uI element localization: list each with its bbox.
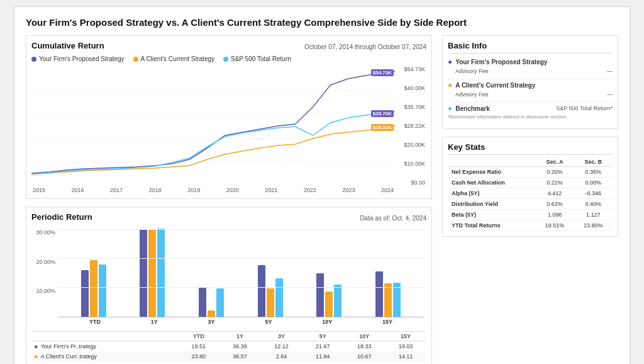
- cumulative-title: Cumulative Return: [31, 41, 104, 50]
- bar-x-3y: 3Y: [208, 319, 215, 325]
- stat-label-5: Beta (5Y): [448, 210, 535, 220]
- stat-secb-2: 0.00%: [574, 178, 613, 188]
- benchmark-note: *Benchmark information defined in disclo…: [448, 114, 613, 120]
- stat-label-4: Distribution Yield: [448, 199, 535, 210]
- legend-dot-orange: [133, 57, 138, 62]
- legend-label-proposed: Your Firm's Proposed Strategy: [39, 55, 125, 62]
- cumulative-legend: Your Firm's Proposed Strategy A Client's…: [31, 55, 426, 62]
- bar-x-5y: 5Y: [265, 319, 272, 325]
- bar-10y-purple: [316, 273, 324, 317]
- right-column: Basic Info ● Your Firm's Proposed Strate…: [442, 35, 618, 364]
- pt-row2-label: ● A Client's Curr..trategy: [31, 351, 178, 361]
- pt-header-label: [31, 332, 178, 341]
- legend-item-benchmark: S&P 500 Total Return: [223, 55, 291, 62]
- bar-1y-orange: [148, 230, 156, 317]
- bar-x-1y: 1Y: [151, 319, 158, 325]
- bar-group-10y: [316, 273, 341, 317]
- x-label-2015: 2015: [33, 187, 45, 193]
- table-row: Beta (5Y) 1.096 1.127: [448, 210, 613, 220]
- grid-line-mid1: [58, 258, 424, 259]
- stat-secb-3: -6.346: [574, 188, 613, 199]
- dot-benchmark: ●: [448, 104, 452, 113]
- bar-1y-blue: [157, 229, 165, 317]
- bar-x-axis: YTD 1Y 3Y 5Y 10Y 15Y: [58, 317, 424, 326]
- report-container: Your Firm's Proposed Strategy vs. A Clie…: [14, 6, 630, 364]
- bar-y-axis: 30.00% 20.00% 10.00%: [33, 229, 55, 317]
- divider-2: [448, 102, 613, 103]
- dot-proposed: ●: [448, 57, 452, 66]
- benchmark-value: S&P 500 Total Return*: [493, 105, 613, 111]
- stats-table: Sec. A Sec. B Net Expense Ratio 0.20% 0.…: [448, 157, 613, 231]
- bar-group-15y: [375, 271, 401, 317]
- pt-row2-3y: 2.64: [261, 351, 303, 361]
- bar-y-20: 20.00%: [33, 259, 55, 265]
- bar-groups: [58, 229, 424, 317]
- advisory-fee-proposed: Advisory Fee —: [448, 67, 613, 75]
- cumulative-header: Cumulative Return October 07, 2014 throu…: [31, 41, 426, 53]
- bar-x-ytd: YTD: [89, 319, 101, 325]
- bar-15y-purple: [375, 271, 383, 317]
- bar-3y-blue: [216, 288, 224, 317]
- pt-header-1y: 1Y: [219, 332, 261, 341]
- stat-seca-4: 0.62%: [535, 199, 574, 210]
- bar-3y-purple: [199, 288, 206, 317]
- y-label-20: $20.00K: [396, 142, 425, 148]
- pt-row1-15y: 19.03: [385, 341, 426, 352]
- advisory-fee-label-1: Advisory Fee: [455, 68, 489, 74]
- benchmark-row: ● Benchmark S&P 500 Total Return*: [448, 104, 613, 113]
- bar-5y-purple: [258, 265, 265, 317]
- stat-label-3: Alpha (5Y): [448, 188, 535, 199]
- bar-5y-orange: [267, 288, 274, 317]
- date-range: October 07, 2014 through October 07, 202…: [304, 43, 426, 50]
- bar-y-10: 10.00%: [33, 288, 55, 294]
- bar-10y-orange: [325, 292, 333, 317]
- pt-row3-1y: 36.89: [219, 361, 261, 364]
- advisory-fee-label-2: Advisory Fee: [455, 91, 489, 98]
- pt-row2-1y: 36.57: [219, 351, 261, 361]
- periodic-title: Periodic Return: [31, 212, 92, 222]
- cumulative-section: Cumulative Return October 07, 2014 throu…: [26, 35, 432, 199]
- x-label-2017: 2017: [110, 187, 123, 193]
- y-label-28: $28.22K: [396, 123, 425, 129]
- basic-info-title: Basic Info: [448, 41, 613, 54]
- stat-label-6: YTD Total Returns: [448, 220, 535, 231]
- stats-th-seca: Sec. A: [535, 157, 574, 167]
- benchmark-block: ● Benchmark S&P 500 Total Return* *Bench…: [448, 104, 613, 120]
- pt-row1-5y: 21.67: [302, 341, 343, 352]
- advisory-fee-value-2: —: [607, 91, 613, 98]
- x-label-2018: 2018: [149, 187, 162, 193]
- table-row: ● Your Firm's Pr..trategy 19.51 36.39 12…: [31, 341, 426, 352]
- table-row: ● A Client's Curr..trategy 23.80 36.57 2…: [31, 351, 426, 361]
- stats-th-label: [448, 157, 535, 167]
- stat-secb-1: 0.35%: [574, 167, 613, 178]
- y-label-35: $35.70K: [396, 104, 425, 110]
- pt-row1-label: ● Your Firm's Pr..trategy: [31, 341, 178, 351]
- stat-secb-4: 0.40%: [574, 199, 613, 210]
- stat-seca-1: 0.20%: [535, 167, 574, 178]
- pt-row1-10y: 18.33: [343, 341, 385, 352]
- cumulative-chart-area: $54.73K $40.00K $35.70K $28.22K $20.00K …: [31, 66, 426, 186]
- y-label-40: $40.00K: [396, 85, 425, 91]
- x-axis: 2015 2016 2017 2018 2019 2020 2021 2022 …: [31, 187, 426, 193]
- y-axis: $54.73K $40.00K $35.70K $28.22K $20.00K …: [395, 66, 426, 186]
- stats-th-secb: Sec. B: [574, 157, 613, 167]
- table-row: Alpha (5Y) 4.412 -6.346: [448, 188, 613, 199]
- pt-row3-10y: 13.38: [343, 361, 385, 364]
- strategy-name-proposed: ● Your Firm's Proposed Strategy: [448, 57, 613, 66]
- x-label-2020: 2020: [226, 187, 239, 193]
- stats-header-row: Sec. A Sec. B: [448, 157, 613, 167]
- legend-item-proposed: Your Firm's Proposed Strategy: [31, 55, 125, 62]
- legend-label-current: A Client's Current Strategy: [141, 55, 215, 62]
- chart-wrapper: $54.73K $40.00K $35.70K $28.22K $20.00K …: [31, 66, 426, 193]
- bar-15y-orange: [384, 283, 392, 317]
- stat-label-2: Cash Net Allocation: [448, 178, 535, 188]
- pt-row1-3y: 12.12: [261, 341, 303, 352]
- cumulative-chart-svg: [31, 66, 395, 186]
- pt-header-10y: 10Y: [343, 332, 385, 341]
- legend-dot-blue: [223, 57, 228, 62]
- basic-info-section: Basic Info ● Your Firm's Proposed Strate…: [442, 35, 618, 129]
- pt-row1-ytd: 19.51: [178, 341, 219, 352]
- x-label-2024: 2024: [381, 187, 394, 193]
- y-label-0: $0.00: [396, 179, 425, 186]
- stat-label-1: Net Expense Ratio: [448, 167, 535, 178]
